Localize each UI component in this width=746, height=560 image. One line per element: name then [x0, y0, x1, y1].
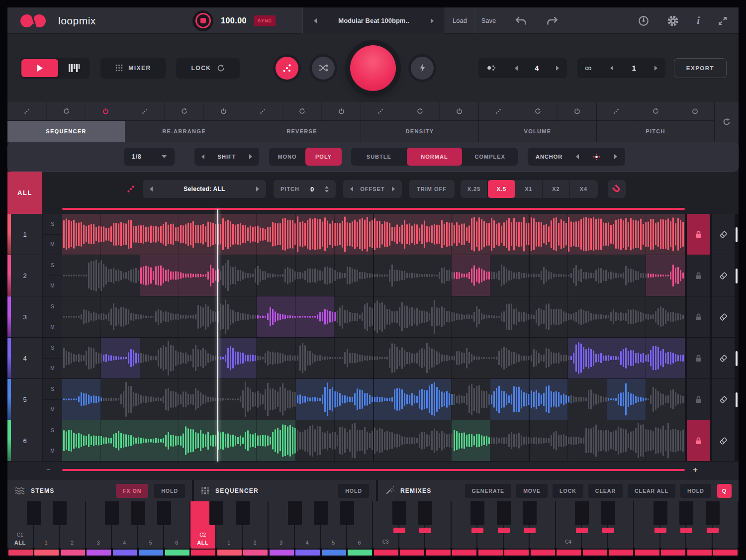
module-label[interactable]: SEQUENCER	[7, 121, 125, 142]
undo-icon[interactable]	[515, 16, 528, 26]
black-key[interactable]	[105, 501, 119, 525]
track-erase-button[interactable]	[712, 338, 735, 378]
black-key[interactable]	[523, 501, 537, 525]
module-cycle-icon[interactable]	[47, 102, 86, 120]
shuffle-button[interactable]	[312, 57, 335, 80]
waveform-lane[interactable]	[62, 214, 685, 255]
black-key[interactable]	[575, 501, 589, 525]
remix-clear-all-button[interactable]: CLEAR ALL	[628, 484, 675, 498]
remix-move-button[interactable]: MOVE	[516, 484, 548, 498]
module-cycle-icon[interactable]	[165, 102, 204, 120]
waveform-lane[interactable]	[62, 338, 685, 378]
remix-generate-button[interactable]: GENERATE	[465, 484, 512, 498]
loop-range-bar[interactable]	[62, 208, 685, 210]
black-key[interactable]	[53, 501, 67, 525]
speed-x5[interactable]: X.5	[488, 180, 515, 198]
shift-left-icon[interactable]	[201, 154, 204, 159]
loop-prev-icon[interactable]	[610, 66, 613, 71]
track-erase-button[interactable]	[712, 420, 735, 461]
module-label[interactable]: DENSITY	[361, 121, 479, 142]
module-label[interactable]: RE-ARRANGE	[125, 121, 243, 142]
remix-lock-button[interactable]: LOCK	[553, 484, 583, 498]
track-lock-button[interactable]	[687, 338, 710, 378]
module-dots-icon[interactable]	[125, 102, 165, 120]
mixer-button[interactable]: MIXER	[100, 58, 166, 79]
trim-toggle[interactable]: TRIM OFF	[409, 180, 455, 198]
module-pitch[interactable]: PITCH	[597, 102, 715, 142]
black-key[interactable]	[601, 501, 615, 525]
select-all-block[interactable]: ALL	[7, 172, 42, 214]
track-header[interactable]: 6	[7, 420, 42, 461]
anchor-prev-icon[interactable]	[576, 154, 579, 159]
track-erase-button[interactable]	[712, 255, 735, 296]
track-lock-button[interactable]	[687, 379, 710, 420]
stop-button[interactable]	[192, 10, 213, 31]
preset-prev-icon[interactable]	[314, 18, 317, 23]
speed-x1[interactable]: X1	[515, 180, 543, 198]
load-button[interactable]: Load	[446, 7, 474, 34]
module-density[interactable]: DENSITY	[361, 102, 479, 142]
speed-x4[interactable]: X4	[570, 180, 597, 198]
module-power-icon[interactable]	[440, 102, 479, 120]
fx-on-button[interactable]: FX ON	[116, 484, 148, 498]
module-dots-icon[interactable]	[597, 102, 636, 120]
black-key[interactable]	[314, 501, 328, 525]
black-key[interactable]	[653, 501, 667, 525]
style-complex[interactable]: COMPLEX	[462, 148, 518, 166]
black-key[interactable]	[418, 501, 432, 525]
bpm-display[interactable]: 100.00	[221, 16, 247, 25]
waveform-lane[interactable]	[62, 420, 685, 461]
module-cycle-icon[interactable]	[636, 102, 675, 120]
settings-gear-icon[interactable]	[667, 15, 679, 27]
black-key[interactable]	[470, 501, 484, 525]
waveform-lane[interactable]	[62, 379, 685, 420]
black-key[interactable]	[157, 501, 171, 525]
black-key[interactable]	[679, 501, 693, 525]
track-header[interactable]: 3	[7, 296, 42, 337]
main-remix-button[interactable]	[350, 45, 396, 91]
waveform-lane[interactable]	[62, 255, 685, 296]
track-lock-button[interactable]	[687, 296, 710, 337]
module-volume[interactable]: VOLUME	[479, 102, 597, 142]
track-header[interactable]: 4	[7, 338, 42, 378]
sequencer-hold-button[interactable]: HOLD	[338, 484, 369, 498]
track-erase-button[interactable]	[712, 379, 735, 420]
module-re-arrange[interactable]: RE-ARRANGE	[125, 102, 243, 142]
timeline-bar[interactable]	[62, 469, 685, 471]
sync-button[interactable]: SYNC	[254, 15, 276, 26]
module-cycle-icon[interactable]	[518, 102, 558, 120]
selected-prev-icon[interactable]	[150, 187, 153, 191]
black-key[interactable]	[288, 501, 302, 525]
save-button[interactable]: Save	[474, 7, 503, 34]
lock-button[interactable]: LOCK	[176, 58, 240, 79]
black-key[interactable]	[706, 501, 720, 525]
row-scroll-thumb[interactable]	[736, 269, 738, 283]
modules-refresh-button[interactable]	[715, 102, 739, 142]
anchor-next-icon[interactable]	[614, 154, 617, 159]
info-icon[interactable]: i	[697, 14, 700, 27]
resize-icon[interactable]	[718, 16, 728, 26]
module-dots-icon[interactable]	[7, 102, 47, 120]
rate-dropdown[interactable]: 1/8	[124, 148, 175, 166]
module-power-icon[interactable]	[558, 102, 597, 120]
magnet-button[interactable]	[608, 180, 626, 198]
track-header[interactable]: 2	[7, 255, 42, 296]
redo-icon[interactable]	[546, 16, 559, 26]
play-button[interactable]	[21, 59, 58, 77]
module-dots-icon[interactable]	[479, 102, 518, 120]
module-label[interactable]: PITCH	[597, 121, 715, 142]
quantize-button[interactable]: Q	[717, 484, 732, 498]
export-button[interactable]: EXPORT	[674, 58, 727, 78]
module-label[interactable]: VOLUME	[479, 121, 597, 142]
track-header[interactable]: 1	[7, 214, 42, 255]
module-power-icon[interactable]	[322, 102, 361, 120]
module-cycle-icon[interactable]	[400, 102, 440, 120]
black-key[interactable]	[392, 501, 406, 525]
track-header[interactable]: 5	[7, 379, 42, 420]
preset-name[interactable]: Modular Beat 100bpm..	[338, 17, 409, 24]
module-dots-icon[interactable]	[243, 102, 282, 120]
trigger-fx-button[interactable]	[411, 57, 434, 80]
offset-left-icon[interactable]	[350, 187, 353, 191]
zoom-out-button[interactable]: −	[46, 465, 51, 473]
waveform-lane[interactable]	[62, 296, 685, 337]
